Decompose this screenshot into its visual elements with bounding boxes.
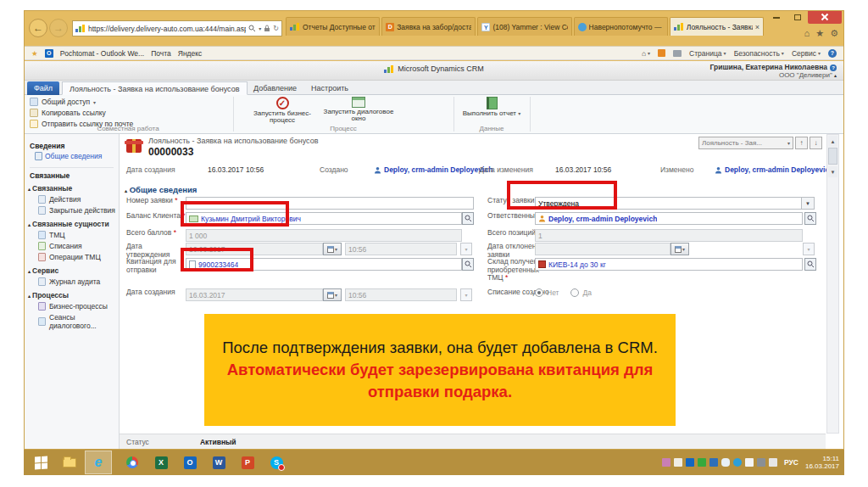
approval-date-calendar-button[interactable]: ▾	[323, 243, 342, 255]
refresh-icon[interactable]: ↻	[273, 25, 279, 32]
tray-icon[interactable]	[757, 458, 765, 467]
scroll-down-icon[interactable]: ▼	[828, 166, 837, 177]
help-icon[interactable]: ?	[828, 49, 837, 58]
form-scrollbar[interactable]: ▲ ▼	[826, 134, 839, 434]
sidebar-item-tmc-operations[interactable]: Операции ТМЦ	[28, 251, 115, 262]
client-balance-lookup-button[interactable]	[462, 212, 474, 225]
owner-lookup[interactable]: Deploy, crm-admin Deployevich	[535, 212, 803, 225]
chrome-button[interactable]	[119, 451, 146, 474]
section-general[interactable]: ▴ Общие сведения	[125, 185, 197, 194]
sidebar-group-service[interactable]: ▴Сервис	[28, 266, 115, 275]
ribbon-tab-file[interactable]: Файл	[27, 81, 59, 95]
tray-icon[interactable]	[662, 458, 670, 467]
powerpoint-button[interactable]: P	[234, 451, 261, 474]
address-bar[interactable]: https://delivery.delivery-auto.com.ua:44…	[72, 20, 282, 36]
favorites-star-icon[interactable]: ★	[815, 28, 824, 39]
tray-skype-icon[interactable]	[733, 458, 742, 467]
sidebar-item-writeoffs[interactable]: Списания	[28, 240, 115, 251]
file-explorer-button[interactable]	[56, 451, 83, 474]
decline-date-calendar-button[interactable]: ▾	[670, 243, 689, 255]
back-button[interactable]: ←	[29, 19, 47, 37]
modified-date-value: 16.03.2017 10:56	[555, 165, 611, 174]
ribbon-tab-loyalty[interactable]: Лояльность - Заявка на использование бон…	[62, 81, 248, 95]
sidebar-item-workflows[interactable]: Бизнес-процессы	[28, 300, 115, 311]
print-icon[interactable]	[673, 50, 682, 57]
owner-lookup-button[interactable]	[804, 212, 816, 225]
excel-button[interactable]: X	[147, 451, 175, 474]
search-icon[interactable]	[248, 25, 256, 32]
sidebar-group-processes[interactable]: ▴Процессы	[28, 291, 115, 299]
run-workflow-button[interactable]: ✓ Запустить бизнес-процесс	[247, 97, 318, 124]
tab-close-icon[interactable]: ×	[755, 23, 760, 31]
warehouse-lookup-button[interactable]	[804, 258, 816, 271]
tray-flag-icon[interactable]	[745, 458, 754, 467]
browser-tab-pickup[interactable]: D Заявка на забор/доставку гр...	[381, 17, 476, 36]
word-button[interactable]: W	[205, 451, 232, 474]
forward-button[interactable]: →	[49, 19, 68, 37]
share-button[interactable]: Общий доступ▾	[30, 97, 96, 107]
close-button[interactable]	[808, 11, 842, 24]
page-menu[interactable]: Страница▾	[689, 49, 726, 58]
tray-icon[interactable]	[709, 458, 718, 467]
browser-tab-yammer[interactable]: Y (108) Yammer : View Convers...	[477, 17, 571, 36]
tray-icon[interactable]	[698, 458, 706, 467]
outlook-button[interactable]: O	[176, 451, 203, 474]
ribbon-tab-customize[interactable]: Настроить	[304, 81, 355, 95]
language-indicator[interactable]: РУС	[784, 458, 798, 467]
share-caret-icon: ▾	[93, 99, 96, 105]
home-icon[interactable]: ⌂	[804, 28, 810, 39]
sidebar-item-tmc[interactable]: ТМЦ	[28, 229, 115, 240]
browser-tab-reports[interactable]: Отчеты Доступные отчеты - ...	[286, 17, 380, 36]
tools-menu[interactable]: Сервис▾	[792, 49, 821, 58]
home-menu-button[interactable]: ⌂▾	[642, 49, 650, 58]
receipt-lookup-button[interactable]	[462, 258, 474, 271]
settings-gear-icon[interactable]: ⚙	[830, 28, 838, 39]
sidebar-item-general[interactable]: Общие сведения	[35, 152, 115, 160]
safety-menu[interactable]: Безопасность▾	[734, 49, 784, 58]
next-record-button[interactable]: ↓	[810, 137, 822, 149]
creation-date-calendar-button[interactable]: ▾	[323, 288, 342, 301]
taskbar-clock[interactable]: 15:11 16.03.2017	[805, 455, 839, 470]
user-help-icon[interactable]: ?	[830, 64, 837, 71]
dropdown-caret-icon[interactable]: ▾	[259, 25, 261, 31]
favorite-link-yandex[interactable]: Яндекс	[178, 49, 203, 58]
tray-onedrive-icon[interactable]	[721, 458, 730, 467]
tray-outlook-icon[interactable]	[686, 458, 694, 467]
favorites-add-star-icon[interactable]: ★	[31, 49, 38, 58]
ribbon-tab-insert[interactable]: Добавление	[247, 81, 303, 95]
scrollbar-thumb[interactable]	[828, 148, 837, 165]
skype-button[interactable]: S	[263, 451, 290, 474]
restore-button[interactable]	[787, 11, 808, 24]
created-by-link[interactable]: Deploy, crm-admin Deployevich	[374, 165, 492, 174]
run-report-button[interactable]: Выполнить отчет ▾	[460, 97, 523, 124]
modified-by-link[interactable]: Deploy, crm-admin Deployevich	[715, 165, 833, 174]
favorite-link-mail[interactable]: Почта	[151, 49, 171, 58]
sidebar-group-related[interactable]: ▴Связанные	[28, 184, 115, 193]
minimize-button[interactable]	[765, 11, 787, 24]
rss-icon[interactable]	[658, 49, 665, 57]
sidebar-item-dialog-sessions[interactable]: Сеансы диалогового...	[28, 311, 115, 331]
copy-link-button[interactable]: Копировать ссылку	[30, 108, 106, 118]
tray-mail-icon[interactable]	[674, 458, 682, 467]
sidebar-item-activities[interactable]: Действия	[28, 193, 115, 204]
organization-name[interactable]: ООО "Деливери"	[779, 71, 832, 79]
tray-volume-icon[interactable]	[769, 458, 777, 467]
internet-explorer-button[interactable]: e	[85, 451, 112, 474]
start-button[interactable]	[27, 451, 54, 474]
start-dialog-button[interactable]: Запустить диалоговое окно	[323, 97, 394, 124]
browser-tab-loyalty-active[interactable]: Лояльность - Заявка на и... ×	[670, 17, 764, 36]
radio-yes[interactable]	[570, 288, 579, 297]
warehouse-lookup[interactable]: КИЕВ-14 до 30 кг	[535, 258, 803, 271]
word-icon: W	[213, 456, 225, 469]
record-selector[interactable]: Лояльность - Зая...▾	[698, 137, 793, 149]
tmc-operations-icon	[38, 253, 46, 261]
previous-record-button[interactable]: ↑	[795, 137, 808, 149]
sidebar-item-audit-log[interactable]: Журнал аудита	[28, 276, 115, 287]
sidebar-group-entities[interactable]: ▴Связанные сущности	[28, 220, 115, 228]
favorite-link-pochtomat[interactable]: Pochtomat - Outlook We...	[60, 49, 145, 58]
scroll-up-icon[interactable]: ▲	[828, 136, 837, 147]
select-caret-icon[interactable]: ▼	[801, 198, 814, 209]
browser-tab-other[interactable]: Навернопотомучто — Врем...	[574, 17, 668, 36]
radio-no[interactable]	[535, 288, 543, 297]
sidebar-item-closed-activities[interactable]: Закрытые действия	[28, 204, 115, 216]
